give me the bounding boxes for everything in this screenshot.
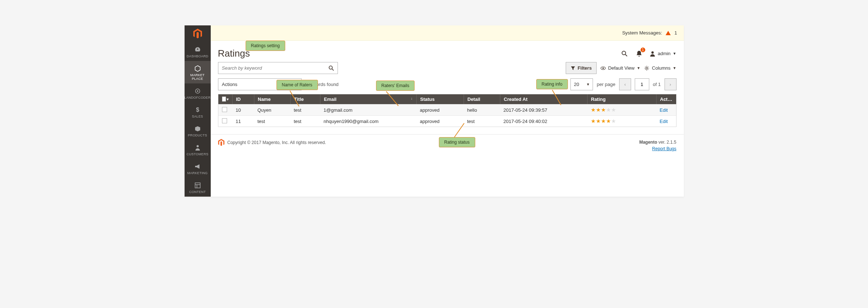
chevron-left-icon: ‹ — [624, 82, 626, 87]
default-view-label: Default View — [608, 65, 635, 71]
edit-link[interactable]: Edit — [660, 119, 668, 124]
admin-sidebar: DASHBOARD MARKET PLACE LANDOFCODER $ SAL… — [185, 25, 211, 197]
user-icon — [650, 51, 655, 57]
cell-status: approved — [416, 116, 464, 126]
ratings-grid: ▾ ID Name Title Email↓ Status Detail Cre… — [218, 94, 677, 127]
search-button[interactable] — [621, 50, 629, 58]
sidebar-item-content[interactable]: CONTENT — [185, 178, 211, 197]
hex-icon — [194, 65, 202, 73]
cell-created: 2017-05-24 09:39:57 — [500, 105, 587, 115]
row-checkbox[interactable] — [222, 118, 227, 123]
edit-link[interactable]: Edit — [660, 107, 668, 113]
sidebar-label: MARKETING — [187, 171, 207, 175]
callout-name-of-raters: Name of Raters — [276, 80, 318, 90]
version-label: Magento — [639, 140, 657, 145]
filters-button[interactable]: Filters — [566, 62, 597, 74]
cell-rating: ★★★★★ — [587, 116, 656, 127]
row-checkbox[interactable] — [222, 107, 227, 112]
gauge-icon — [194, 46, 202, 54]
select-all-checkbox[interactable]: ▾ — [222, 96, 229, 102]
sidebar-label: CONTENT — [189, 190, 206, 194]
cell-name: Quyen — [254, 105, 290, 115]
eye-icon — [600, 65, 606, 71]
per-page-label: per page — [597, 82, 615, 87]
megaphone-icon — [194, 163, 202, 171]
next-page-button[interactable]: › — [665, 78, 677, 90]
cell-title: test — [290, 116, 320, 126]
search-icon — [328, 65, 335, 71]
sidebar-item-landofcoder[interactable]: LANDOFCODER — [185, 83, 211, 102]
svg-point-1 — [197, 90, 198, 92]
svg-point-3 — [197, 145, 199, 147]
sort-indicator-icon: ↓ — [411, 96, 413, 100]
prev-page-button[interactable]: ‹ — [619, 78, 631, 90]
cell-status: approved — [416, 105, 464, 115]
col-created[interactable]: Created At — [500, 94, 587, 104]
notifications-button[interactable]: 1 — [635, 50, 643, 58]
col-detail[interactable]: Detail — [464, 94, 500, 104]
cell-id: 10 — [232, 105, 254, 115]
cell-email: nhquyen1990@gmail.com — [320, 116, 416, 126]
cell-rating: ★★★★★ — [587, 104, 656, 115]
svg-point-13 — [602, 67, 604, 69]
page-of-label: of 1 — [653, 82, 661, 87]
magento-logo-icon — [218, 139, 225, 146]
page-title: Ratings — [218, 48, 250, 59]
svg-line-8 — [625, 54, 627, 56]
keyword-search[interactable] — [218, 62, 338, 74]
col-email[interactable]: Email↓ — [320, 94, 416, 104]
system-messages-count: 1 — [674, 30, 677, 36]
col-status[interactable]: Status — [416, 94, 464, 104]
search-icon — [621, 50, 628, 57]
sidebar-label: MARKET PLACE — [185, 73, 210, 81]
admin-user-label: admin — [658, 51, 670, 56]
cell-title: test — [290, 105, 320, 115]
col-name[interactable]: Name — [254, 94, 290, 104]
filters-label: Filters — [578, 65, 592, 71]
table-row[interactable]: 10Quyentest1@gmail.comapprovedhello2017-… — [218, 104, 676, 115]
cell-email: 1@gmail.com — [320, 105, 416, 115]
svg-rect-4 — [195, 183, 200, 188]
layout-icon — [194, 181, 202, 189]
magento-logo-icon — [193, 29, 202, 39]
chevron-right-icon: › — [670, 82, 671, 87]
grid-header: ▾ ID Name Title Email↓ Status Detail Cre… — [218, 94, 676, 104]
sidebar-label: SALES — [192, 115, 203, 118]
search-input[interactable] — [218, 65, 325, 71]
columns-dropdown[interactable]: Columns ▼ — [644, 65, 676, 71]
sidebar-item-dashboard[interactable]: DASHBOARD — [185, 42, 211, 61]
search-submit[interactable] — [325, 65, 338, 71]
cell-id: 11 — [232, 116, 254, 126]
sidebar-item-customers[interactable]: CUSTOMERS — [185, 140, 211, 159]
table-row[interactable]: 11testtestnhquyen1990@gmail.comapprovedt… — [218, 115, 676, 127]
page-input[interactable] — [635, 78, 649, 90]
admin-user-menu[interactable]: admin ▼ — [650, 51, 676, 57]
sidebar-item-products[interactable]: PRODUCTS — [185, 121, 211, 140]
col-id[interactable]: ID — [232, 94, 254, 104]
svg-point-7 — [622, 51, 626, 55]
chevron-down-icon: ▼ — [673, 66, 677, 70]
cell-name: test — [254, 116, 290, 126]
cell-created: 2017-05-24 09:40:02 — [500, 116, 587, 126]
notification-badge: 1 — [641, 48, 646, 52]
sidebar-label: CUSTOMERS — [186, 152, 208, 156]
actions-label: Actions — [222, 82, 238, 87]
report-bugs-link[interactable]: Report Bugs — [652, 146, 677, 151]
col-action: Action — [656, 94, 676, 104]
per-page-select[interactable]: 20 ▼ — [570, 78, 593, 90]
sidebar-item-marketplace[interactable]: MARKET PLACE — [185, 61, 211, 83]
callout-rating-status: Rating status — [439, 137, 475, 147]
default-view-dropdown[interactable]: Default View ▼ — [600, 65, 641, 71]
per-page-value: 20 — [574, 82, 579, 87]
sidebar-item-sales[interactable]: $ SALES — [185, 102, 211, 121]
system-messages-bar[interactable]: System Messages: 1 — [211, 25, 684, 41]
svg-line-11 — [332, 69, 334, 70]
version-value: ver. 2.1.5 — [658, 140, 676, 145]
magento-logo[interactable] — [185, 25, 211, 42]
sidebar-item-marketing[interactable]: MARKETING — [185, 159, 211, 178]
callout-rating-info: Rating info — [536, 79, 568, 89]
col-rating[interactable]: Rating — [587, 94, 656, 104]
swirl-icon — [194, 87, 202, 95]
warning-icon — [666, 31, 671, 35]
callout-ratings-setting: Ratings setting — [246, 41, 285, 51]
